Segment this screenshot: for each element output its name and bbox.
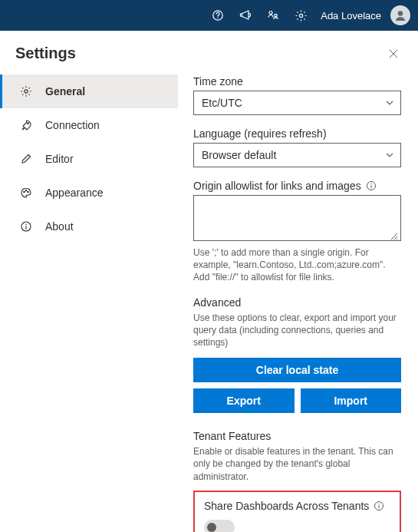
avatar[interactable] [390, 5, 410, 25]
origin-textarea[interactable] [193, 195, 401, 241]
language-select[interactable]: Browser default [193, 143, 401, 167]
nav-item-label: Editor [45, 153, 74, 165]
nav-item-general[interactable]: General [0, 74, 178, 108]
svg-point-4 [299, 14, 302, 17]
nav-item-about[interactable]: About [0, 210, 178, 243]
svg-point-5 [398, 11, 403, 15]
palette-icon [19, 186, 33, 200]
info-icon[interactable] [366, 180, 377, 191]
svg-point-16 [379, 504, 380, 504]
origin-helper: Use ';' to add more than a single origin… [193, 246, 401, 284]
import-button[interactable]: Import [301, 388, 402, 413]
nav-item-editor[interactable]: Editor [0, 142, 178, 176]
info-icon [19, 220, 33, 233]
origin-label-text: Origin allowlist for links and images [193, 180, 361, 192]
rocket-icon [19, 118, 33, 132]
advanced-section: Advanced Use these options to clear, exp… [193, 296, 401, 414]
origin-label: Origin allowlist for links and images [193, 180, 401, 192]
svg-point-7 [28, 123, 29, 124]
nav-item-label: Appearance [45, 187, 104, 199]
advanced-helper: Use these options to clear, export and i… [193, 312, 401, 349]
nav-item-label: Connection [45, 119, 100, 131]
clear-local-state-button[interactable]: Clear local state [193, 358, 401, 382]
chevron-down-icon [385, 98, 394, 107]
svg-point-14 [370, 183, 371, 184]
tenant-highlight-box: Share Dashboards Across Tenants [193, 491, 401, 532]
help-icon[interactable] [206, 3, 230, 28]
timezone-value: Etc/UTC [202, 97, 242, 109]
page-title: Settings [15, 45, 76, 62]
settings-nav: General Connection Editor [0, 74, 178, 243]
info-icon[interactable] [374, 501, 384, 511]
svg-point-8 [24, 191, 25, 193]
language-field: Language (requires refresh) Browser defa… [193, 127, 401, 167]
tenant-section: Tenant Features Enable or disable featur… [193, 430, 401, 532]
export-button[interactable]: Export [193, 388, 295, 413]
svg-point-2 [269, 12, 272, 15]
nav-item-label: About [45, 220, 74, 233]
language-value: Browser default [202, 149, 276, 161]
svg-point-3 [275, 14, 277, 16]
settings-gear-icon[interactable] [288, 3, 313, 28]
topbar: Ada Lovelace [0, 0, 418, 31]
toggle-knob [207, 523, 216, 532]
language-label: Language (requires refresh) [193, 127, 401, 140]
advanced-title: Advanced [193, 296, 401, 309]
megaphone-icon[interactable] [233, 3, 258, 28]
tenant-title: Tenant Features [193, 430, 401, 442]
nav-item-label: General [45, 85, 85, 97]
origin-field: Origin allowlist for links and images Us… [193, 180, 401, 284]
timezone-field: Time zone Etc/UTC [193, 75, 401, 115]
chevron-down-icon [385, 150, 394, 160]
share-dashboards-label: Share Dashboards Across Tenants [204, 500, 390, 512]
feedback-icon[interactable] [261, 3, 285, 28]
svg-point-9 [25, 190, 27, 191]
svg-point-10 [28, 191, 29, 193]
svg-point-6 [25, 90, 28, 93]
page-header: Settings [0, 31, 178, 71]
user-name[interactable]: Ada Lovelace [316, 10, 387, 21]
svg-point-1 [218, 18, 219, 18]
close-button[interactable] [384, 45, 403, 63]
tenant-helper: Enable or disable features in the tenant… [193, 445, 401, 483]
share-dashboards-text: Share Dashboards Across Tenants [204, 500, 369, 512]
timezone-select[interactable]: Etc/UTC [193, 91, 401, 115]
nav-item-connection[interactable]: Connection [0, 108, 178, 142]
timezone-label: Time zone [193, 75, 401, 88]
share-dashboards-toggle[interactable] [204, 520, 235, 532]
nav-item-appearance[interactable]: Appearance [0, 176, 178, 210]
svg-point-12 [25, 224, 27, 226]
edit-icon [19, 152, 33, 166]
gear-icon [19, 84, 33, 98]
